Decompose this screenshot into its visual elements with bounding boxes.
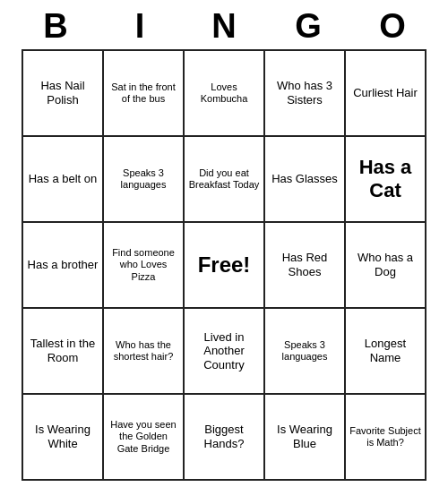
cell-text-20: Is Wearing White — [27, 423, 99, 450]
bingo-cell-5[interactable]: Has a belt on — [23, 137, 104, 223]
cell-text-18: Speaks 3 languages — [269, 339, 340, 363]
bingo-cell-20[interactable]: Is Wearing White — [23, 395, 104, 481]
bingo-cell-7[interactable]: Did you eat Breakfast Today — [185, 137, 265, 223]
cell-text-0: Has Nail Polish — [27, 79, 99, 107]
bingo-cell-21[interactable]: Have you seen the Golden Gate Bridge — [104, 395, 185, 481]
cell-text-3: Who has 3 Sisters — [269, 79, 340, 107]
cell-text-16: Who has the shortest hair? — [108, 339, 179, 363]
bingo-cell-18[interactable]: Speaks 3 languages — [265, 309, 346, 395]
header-n: N — [185, 7, 263, 46]
cell-text-14: Who has a Dog — [349, 251, 421, 278]
bingo-cell-14[interactable]: Who has a Dog — [346, 223, 426, 309]
cell-text-7: Did you eat Breakfast Today — [188, 167, 260, 191]
cell-text-21: Have you seen the Golden Gate Bridge — [108, 419, 179, 455]
header-i: I — [101, 7, 178, 46]
bingo-cell-15[interactable]: Tallest in the Room — [23, 309, 104, 395]
cell-text-11: Find someone who Loves Pizza — [108, 247, 179, 283]
bingo-cell-8[interactable]: Has Glasses — [265, 137, 346, 223]
cell-text-22: Biggest Hands? — [188, 423, 260, 450]
cell-text-10: Has a brother — [28, 258, 99, 272]
cell-text-5: Has a belt on — [29, 172, 98, 186]
bingo-cell-23[interactable]: Is Wearing Blue — [265, 395, 346, 481]
cell-text-8: Has Glasses — [271, 172, 338, 186]
cell-text-19: Longest Name — [349, 337, 421, 364]
header-b: B — [17, 7, 94, 46]
bingo-cell-2[interactable]: Loves Kombucha — [185, 51, 265, 137]
header-g: G — [270, 7, 347, 46]
bingo-cell-3[interactable]: Who has 3 Sisters — [265, 51, 346, 137]
cell-text-4: Curliest Hair — [353, 86, 418, 100]
cell-text-2: Loves Kombucha — [188, 81, 260, 105]
bingo-cell-10[interactable]: Has a brother — [23, 223, 104, 309]
bingo-cell-22[interactable]: Biggest Hands? — [185, 395, 265, 481]
bingo-cell-11[interactable]: Find someone who Loves Pizza — [104, 223, 185, 309]
bingo-cell-19[interactable]: Longest Name — [346, 309, 426, 395]
cell-text-15: Tallest in the Room — [27, 337, 99, 364]
cell-text-17: Lived in Another Country — [188, 330, 260, 372]
cell-text-1: Sat in the front of the bus — [108, 81, 179, 105]
bingo-cell-17[interactable]: Lived in Another Country — [185, 309, 265, 395]
bingo-grid: Has Nail PolishSat in the front of the b… — [22, 49, 426, 481]
bingo-cell-9[interactable]: Has a Cat — [346, 137, 426, 223]
cell-text-23: Is Wearing Blue — [269, 423, 340, 450]
cell-text-6: Speaks 3 languages — [108, 167, 179, 191]
bingo-cell-13[interactable]: Has Red Shoes — [265, 223, 346, 309]
bingo-cell-12[interactable]: Free! — [185, 223, 265, 309]
bingo-cell-1[interactable]: Sat in the front of the bus — [104, 51, 185, 137]
cell-text-12: Free! — [198, 252, 251, 278]
cell-text-24: Favorite Subject is Math? — [349, 425, 421, 449]
cell-text-9: Has a Cat — [349, 156, 421, 203]
bingo-cell-16[interactable]: Who has the shortest hair? — [104, 309, 185, 395]
bingo-cell-0[interactable]: Has Nail Polish — [23, 51, 104, 137]
header-o: O — [354, 7, 431, 46]
bingo-cell-4[interactable]: Curliest Hair — [346, 51, 426, 137]
bingo-cell-6[interactable]: Speaks 3 languages — [104, 137, 185, 223]
bingo-cell-24[interactable]: Favorite Subject is Math? — [346, 395, 426, 481]
cell-text-13: Has Red Shoes — [269, 251, 340, 278]
bingo-header: B I N G O — [13, 0, 435, 49]
